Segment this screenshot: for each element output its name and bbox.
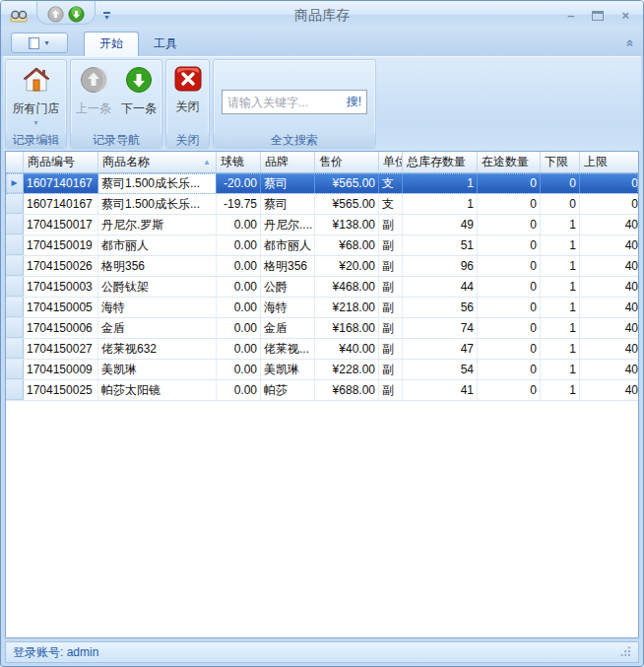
table-cell[interactable]: 0 <box>478 339 541 359</box>
table-cell[interactable]: ¥20.00 <box>315 256 379 276</box>
table-cell[interactable]: 44 <box>403 277 478 297</box>
table-cell[interactable]: 0.00 <box>217 360 261 379</box>
row-indicator-cell[interactable] <box>6 360 24 379</box>
table-cell[interactable]: 1 <box>541 277 580 297</box>
table-cell[interactable]: 54 <box>403 360 478 379</box>
table-cell[interactable]: -20.00 <box>217 173 261 193</box>
row-indicator-cell[interactable] <box>6 215 24 234</box>
close-button[interactable]: 关闭 <box>166 62 209 115</box>
table-cell[interactable]: 40 <box>580 360 639 379</box>
table-cell[interactable]: 1704150025 <box>24 380 98 400</box>
qat-next-button[interactable] <box>68 6 85 23</box>
maximize-button[interactable] <box>592 11 604 21</box>
table-cell[interactable]: 副 <box>379 277 403 297</box>
table-cell[interactable]: 佬莱视... <box>261 339 315 359</box>
table-cell[interactable]: 1607140167 <box>24 173 98 193</box>
table-cell[interactable]: 40 <box>580 215 639 234</box>
table-cell[interactable]: 都市丽人 <box>261 235 315 255</box>
qat-previous-button[interactable] <box>47 6 64 23</box>
row-indicator-cell[interactable] <box>6 380 24 400</box>
table-cell[interactable]: 1607140167 <box>24 194 98 214</box>
table-cell[interactable]: 0.00 <box>217 256 261 276</box>
table-cell[interactable]: 蔡司 <box>261 194 315 214</box>
column-header-8[interactable]: 在途数量 <box>478 152 541 172</box>
table-cell[interactable]: 支 <box>379 194 403 214</box>
all-stores-button[interactable]: 所有门店 ▼ <box>11 62 62 126</box>
table-cell[interactable]: ¥40.00 <box>315 339 379 359</box>
row-indicator-cell[interactable] <box>6 235 24 255</box>
table-cell[interactable]: 丹尼尔.... <box>261 215 315 234</box>
table-cell[interactable]: ¥138.00 <box>315 215 379 234</box>
table-cell[interactable]: 0.00 <box>217 298 261 317</box>
app-menu-button[interactable]: ▼ <box>11 33 68 53</box>
qat-customize-button[interactable]: ▼ <box>103 12 110 20</box>
table-cell[interactable]: ¥228.00 <box>315 360 379 379</box>
table-cell[interactable]: 金盾 <box>98 318 217 338</box>
table-cell[interactable]: 1704150017 <box>24 215 98 234</box>
table-cell[interactable]: 0 <box>478 380 541 400</box>
table-cell[interactable]: 1704150005 <box>24 298 98 317</box>
table-cell[interactable]: 40 <box>580 380 639 400</box>
table-cell[interactable]: 副 <box>379 256 403 276</box>
table-cell[interactable]: 0 <box>580 194 639 214</box>
table-cell[interactable]: 1 <box>541 339 580 359</box>
table-cell[interactable]: 74 <box>403 318 478 338</box>
previous-record-button[interactable]: 上一条 <box>71 62 116 117</box>
tab-start[interactable]: 开始 <box>84 32 139 56</box>
table-cell[interactable]: 海特 <box>98 298 217 317</box>
table-cell[interactable]: 1704150027 <box>24 339 98 359</box>
table-cell[interactable]: 帕莎太阳镜 <box>98 380 217 400</box>
table-cell[interactable]: 1 <box>541 215 580 234</box>
table-cell[interactable]: 金盾 <box>261 318 315 338</box>
table-cell[interactable]: 40 <box>580 318 639 338</box>
close-window-button[interactable]: × <box>621 9 629 22</box>
row-indicator-cell[interactable] <box>6 277 24 297</box>
row-indicator-cell[interactable] <box>6 298 24 317</box>
table-cell[interactable]: 1704150003 <box>24 277 98 297</box>
table-cell[interactable]: 蔡司 <box>261 173 315 193</box>
table-cell[interactable]: 40 <box>580 339 639 359</box>
table-cell[interactable]: 佬莱视632 <box>98 339 217 359</box>
table-cell[interactable]: 47 <box>403 339 478 359</box>
table-cell[interactable]: 0 <box>478 298 541 317</box>
table-cell[interactable]: 公爵钛架 <box>98 277 217 297</box>
table-cell[interactable]: 0 <box>478 256 541 276</box>
minimize-button[interactable]: – <box>567 9 574 22</box>
table-cell[interactable]: 1 <box>541 380 580 400</box>
current-row-arrow-icon[interactable]: ▸ <box>6 173 24 193</box>
table-cell[interactable]: 公爵 <box>261 277 315 297</box>
table-cell[interactable]: 帕莎 <box>261 380 315 400</box>
table-cell[interactable]: -19.75 <box>217 194 261 214</box>
next-record-button[interactable]: 下一条 <box>116 62 161 117</box>
table-cell[interactable]: 美凯琳 <box>98 360 217 379</box>
row-indicator-cell[interactable] <box>6 194 24 214</box>
table-cell[interactable]: 格明356 <box>261 256 315 276</box>
table-cell[interactable]: 都市丽人 <box>98 235 217 255</box>
tab-tools[interactable]: 工具 <box>139 33 192 56</box>
column-header-1[interactable]: 商品编号 <box>24 152 98 172</box>
column-header-4[interactable]: 品牌 <box>261 152 315 172</box>
table-cell[interactable]: 49 <box>403 215 478 234</box>
column-header-5[interactable]: 售价 <box>315 152 379 172</box>
table-cell[interactable]: ¥468.00 <box>315 277 379 297</box>
table-cell[interactable]: 0 <box>580 173 639 193</box>
table-cell[interactable]: 副 <box>379 318 403 338</box>
table-cell[interactable]: 支 <box>379 173 403 193</box>
table-cell[interactable]: 0.00 <box>217 277 261 297</box>
table-cell[interactable]: 51 <box>403 235 478 255</box>
table-cell[interactable]: 1704150006 <box>24 318 98 338</box>
table-cell[interactable]: 0 <box>478 194 541 214</box>
table-cell[interactable]: ¥218.00 <box>315 298 379 317</box>
table-cell[interactable]: 0.00 <box>217 215 261 234</box>
table-cell[interactable]: 40 <box>580 298 639 317</box>
table-cell[interactable]: ¥565.00 <box>315 194 379 214</box>
table-cell[interactable]: 0.00 <box>217 318 261 338</box>
row-indicator-cell[interactable] <box>6 339 24 359</box>
table-cell[interactable]: 0 <box>478 277 541 297</box>
table-cell[interactable]: 1704150019 <box>24 235 98 255</box>
table-cell[interactable]: 0 <box>478 235 541 255</box>
table-cell[interactable]: 1704150026 <box>24 256 98 276</box>
table-cell[interactable]: 0.00 <box>217 339 261 359</box>
table-cell[interactable]: 副 <box>379 339 403 359</box>
table-cell[interactable]: 56 <box>403 298 478 317</box>
